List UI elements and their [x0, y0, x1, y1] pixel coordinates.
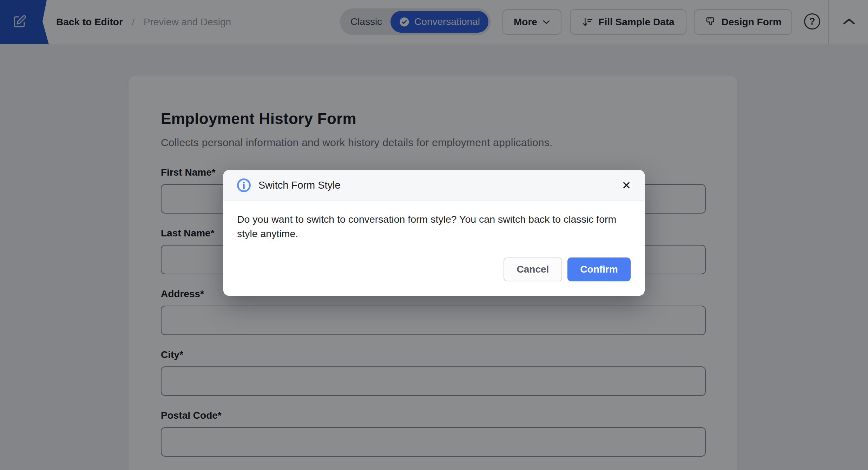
close-icon[interactable]: ✕	[619, 178, 634, 193]
switch-form-style-dialog: Switch Form Style ✕ Do you want to switc…	[223, 170, 645, 296]
confirm-button[interactable]: Confirm	[567, 257, 631, 281]
info-icon	[237, 178, 251, 192]
dialog-message: Do you want to switch to conversation fo…	[237, 212, 636, 241]
dialog-footer: Cancel Confirm	[504, 257, 631, 281]
app-canvas: Back to Editor / Preview and Design Clas…	[0, 0, 868, 470]
cancel-button[interactable]: Cancel	[504, 257, 562, 281]
dialog-header: Switch Form Style ✕	[223, 170, 645, 201]
dialog-title: Switch Form Style	[258, 179, 341, 191]
